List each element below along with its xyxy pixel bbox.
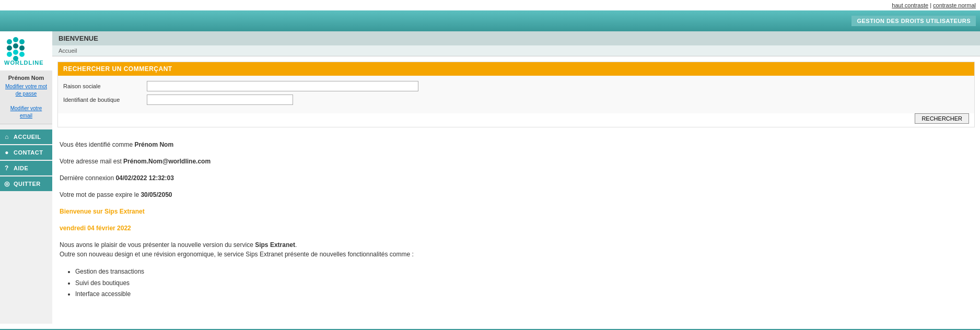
content-area: Vous êtes identifié comme Prénom Nom Vot…: [52, 133, 980, 308]
logo-area: WORLDLINE: [0, 31, 52, 70]
breadcrumb: Accueil: [52, 45, 980, 56]
email-bold: Prénom.Nom@worldline.com: [123, 158, 211, 165]
username-label: Prénom Nom: [4, 75, 48, 81]
contact-label: CONTACT: [14, 149, 43, 156]
quitter-label: QUITTER: [14, 181, 41, 187]
page-title: BIENVENUE: [59, 34, 98, 42]
boutique-input[interactable]: [147, 95, 293, 105]
intro-paragraph: Nous avons le plaisir de vous présenter …: [60, 240, 973, 259]
top-bar: haut contraste | contraste normal: [0, 0, 980, 10]
password-text: Votre mot de passe expire le: [60, 191, 141, 198]
identified-paragraph: Vous êtes identifié comme Prénom Nom: [60, 140, 973, 149]
svg-point-0: [7, 39, 12, 44]
page-title-bar: BIENVENUE: [52, 31, 980, 45]
password-bold: 30/05/2050: [141, 191, 172, 198]
breadcrumb-text: Accueil: [59, 48, 77, 54]
feature-list: Gestion des transactions Suivi des bouti…: [75, 266, 973, 300]
worldline-logo: WORLDLINE: [4, 37, 48, 65]
logo-svg: WORLDLINE: [4, 37, 46, 65]
sidebar: WORLDLINE Prénom Nom Modifier votre mot …: [0, 31, 52, 324]
svg-point-2: [7, 52, 12, 57]
identified-text: Vous êtes identifié comme: [60, 141, 134, 148]
raison-row: Raison sociale: [63, 81, 969, 91]
quitter-icon: ◎: [2, 179, 11, 188]
layout: WORLDLINE Prénom Nom Modifier votre mot …: [0, 31, 980, 324]
email-text: Votre adresse mail est: [60, 158, 123, 165]
intro-text3: Outre son nouveau design et une révision…: [60, 251, 414, 258]
aide-label: AIDE: [14, 165, 28, 171]
search-btn-row: RECHERCHER: [58, 113, 974, 127]
contact-icon: ●: [2, 148, 11, 157]
search-button[interactable]: RECHERCHER: [915, 113, 969, 124]
feature-item-1: Gestion des transactions: [75, 266, 973, 278]
feature-item-3: Interface accessible: [75, 289, 973, 300]
date-heading: vendredi 04 février 2022: [60, 223, 973, 233]
search-body: Raison sociale Identifiant de boutique: [58, 76, 974, 113]
svg-point-9: [19, 52, 25, 57]
last-login-paragraph: Dernière connexion 04/02/2022 12:32:03: [60, 173, 973, 183]
last-login-text: Dernière connexion: [60, 174, 115, 182]
aide-icon: ?: [2, 163, 11, 173]
haut-contraste-link[interactable]: haut contraste: [892, 2, 928, 8]
raison-label: Raison sociale: [63, 83, 147, 89]
user-box: Prénom Nom Modifier votre mot de passe M…: [0, 70, 52, 124]
nav-menu: ⌂ ACCUEIL ● CONTACT ? AIDE ◎ QUITTER: [0, 129, 52, 192]
svg-point-1: [7, 45, 12, 51]
intro-text2: .: [295, 241, 297, 249]
accueil-icon: ⌂: [2, 132, 11, 142]
raison-input[interactable]: [147, 81, 418, 91]
gestion-droits-button[interactable]: GESTION DES DROITS UTILISATEURS: [851, 16, 976, 26]
main-content: BIENVENUE Accueil RECHERCHER UN COMMERÇA…: [52, 31, 980, 324]
sidebar-item-accueil[interactable]: ⌂ ACCUEIL: [0, 129, 52, 144]
feature-item-2: Suivi des boutiques: [75, 278, 973, 289]
boutique-row: Identifiant de boutique: [63, 95, 969, 105]
svg-point-3: [13, 37, 18, 42]
email-paragraph: Votre adresse mail est Prénom.Nom@worldl…: [60, 157, 973, 166]
sidebar-item-contact[interactable]: ● CONTACT: [0, 145, 52, 160]
boutique-label: Identifiant de boutique: [63, 97, 147, 103]
search-header: RECHERCHER UN COMMERÇANT: [58, 62, 974, 76]
modifier-email-link[interactable]: Modifier votre email: [4, 105, 48, 120]
header: GESTION DES DROITS UTILISATEURS: [0, 10, 980, 31]
service-bold: Sips Extranet: [255, 241, 295, 249]
user-name-bold: Prénom Nom: [134, 141, 173, 148]
contraste-normal-link[interactable]: contraste normal: [933, 2, 976, 8]
accueil-label: ACCUEIL: [14, 134, 41, 140]
intro-text: Nous avons le plaisir de vous présenter …: [60, 241, 255, 249]
svg-point-4: [13, 43, 18, 49]
search-section: RECHERCHER UN COMMERÇANT Raison sociale …: [57, 62, 975, 127]
last-login-bold: 04/02/2022 12:32:03: [115, 174, 173, 182]
svg-point-8: [19, 45, 25, 51]
svg-point-7: [19, 39, 25, 44]
welcome-heading: Bienvenue sur Sips Extranet: [60, 207, 973, 216]
modifier-mdp-link[interactable]: Modifier votre mot de passe: [4, 83, 48, 98]
svg-point-5: [13, 50, 18, 55]
sidebar-item-aide[interactable]: ? AIDE: [0, 161, 52, 175]
sidebar-item-quitter[interactable]: ◎ QUITTER: [0, 176, 52, 191]
password-paragraph: Votre mot de passe expire le 30/05/2050: [60, 190, 973, 199]
svg-text:WORLDLINE: WORLDLINE: [4, 60, 44, 65]
